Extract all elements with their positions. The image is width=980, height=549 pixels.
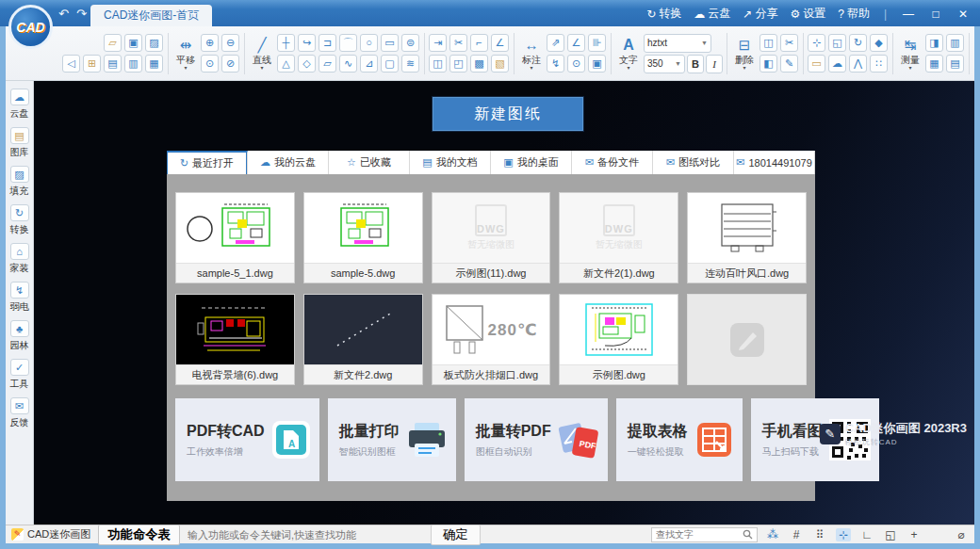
delete-tool[interactable]: ⊟ 删除 ▾ bbox=[731, 36, 758, 71]
move-icon[interactable]: ⊹ bbox=[808, 34, 825, 52]
copy-icon[interactable]: ◫ bbox=[760, 34, 777, 52]
region-icon[interactable]: ▧ bbox=[491, 55, 509, 73]
font-size-select[interactable]: 350 ▼ bbox=[644, 55, 685, 73]
print-icon[interactable]: ▤ bbox=[104, 55, 122, 73]
line-tool[interactable]: ╱ 直线 ▾ bbox=[249, 36, 275, 71]
area-measure-icon[interactable]: ◨ bbox=[925, 34, 943, 52]
rotate-icon[interactable]: ↻ bbox=[849, 34, 867, 52]
export-image-icon[interactable]: ▦ bbox=[145, 55, 163, 73]
array-icon[interactable]: ∷ bbox=[870, 55, 888, 73]
leader-icon[interactable]: ↯ bbox=[547, 55, 564, 73]
settings-menu[interactable]: ⚙设置 bbox=[790, 6, 825, 22]
new-tab-button[interactable]: + bbox=[185, 6, 202, 23]
break-icon[interactable]: ◰ bbox=[449, 55, 467, 73]
crosshair-icon[interactable]: + bbox=[906, 528, 922, 541]
app-logo[interactable]: CAD bbox=[8, 5, 53, 49]
tab-my-cloud[interactable]: ☁我的云盘 bbox=[248, 151, 329, 174]
zoom-window-icon[interactable]: ⊙ bbox=[201, 55, 219, 73]
double-line-icon[interactable]: ⊐ bbox=[318, 34, 336, 52]
tab-my-documents[interactable]: ▤我的文档 bbox=[410, 151, 491, 174]
find-text-input[interactable] bbox=[656, 529, 743, 540]
zoom-out-icon[interactable]: ⊖ bbox=[221, 34, 239, 52]
sidebar-item-home-design[interactable]: ⌂ 家装 bbox=[10, 243, 29, 275]
back-to-model-icon[interactable]: ◁ bbox=[62, 55, 80, 73]
new-drawing-button[interactable]: 新建图纸 bbox=[432, 96, 584, 132]
feature-pdf-to-cad[interactable]: PDF转CAD 工作效率倍增 A bbox=[175, 398, 319, 481]
file-card[interactable]: DWG 暂无缩微图 示例图(11).dwg bbox=[432, 192, 551, 283]
table-tool-icon[interactable]: ▤ bbox=[946, 55, 964, 73]
radius-dim-icon[interactable]: ⊙ bbox=[567, 55, 585, 73]
file-card[interactable]: sample-5.dwg bbox=[303, 192, 423, 283]
tab-account[interactable]: ✉18014491079 bbox=[734, 151, 815, 174]
text-tool[interactable]: A 文字 ▾ bbox=[615, 36, 642, 71]
tab-favorites[interactable]: ☆已收藏 bbox=[329, 151, 410, 174]
extend-icon[interactable]: ⇥ bbox=[429, 34, 447, 52]
offset-icon[interactable]: ◫ bbox=[429, 55, 447, 73]
paste-icon[interactable]: ◧ bbox=[760, 55, 777, 73]
measure-tool[interactable]: ↹ 测量 ▾ bbox=[897, 36, 923, 71]
rectangle-icon[interactable]: ▭ bbox=[381, 34, 399, 52]
bold-button[interactable]: B bbox=[687, 55, 704, 73]
revision-cloud-icon[interactable]: ≋ bbox=[401, 55, 419, 73]
sidebar-item-feedback[interactable]: ✉ 反馈 bbox=[10, 397, 29, 429]
dynamic-input-icon[interactable]: ◱ bbox=[883, 528, 898, 541]
dot-grid-icon[interactable]: ⠿ bbox=[812, 528, 827, 541]
file-card[interactable]: 新文件2.dwg bbox=[303, 294, 423, 385]
feature-batch-to-pdf[interactable]: 批量转PDF 图框自动识别 PDF bbox=[465, 398, 608, 481]
ortho-mode-icon[interactable]: ∟ bbox=[859, 528, 874, 541]
aligned-dim-icon[interactable]: ⇗ bbox=[547, 34, 564, 52]
command-search-input[interactable] bbox=[188, 529, 423, 541]
share-menu[interactable]: ↗分享 bbox=[743, 6, 777, 22]
forward-arrow-icon[interactable]: ↷ bbox=[76, 7, 87, 21]
polygon-icon[interactable]: ◇ bbox=[298, 55, 316, 73]
mirror-icon[interactable]: ⋀ bbox=[849, 55, 867, 73]
format-brush-icon[interactable]: ✎ bbox=[780, 55, 798, 73]
parallelogram-icon[interactable]: ▱ bbox=[318, 55, 336, 73]
export-pdf-icon[interactable]: ▥ bbox=[124, 55, 142, 73]
hatch-icon[interactable]: ▩ bbox=[470, 55, 488, 73]
cut-icon[interactable]: ✂ bbox=[780, 34, 798, 52]
insert-image-icon[interactable]: ▦ bbox=[925, 55, 943, 73]
sidebar-item-convert[interactable]: ↻ 转换 bbox=[10, 204, 29, 236]
object-snap-icon[interactable]: ⁂ bbox=[765, 528, 780, 541]
layer-tool[interactable]: ≣ 图层 ▾ bbox=[973, 36, 974, 71]
sidebar-item-landscape[interactable]: ♣ 园林 bbox=[10, 320, 29, 352]
cloud-menu[interactable]: ☁云盘 bbox=[694, 6, 730, 22]
dim-settings-icon[interactable]: ▣ bbox=[588, 55, 606, 73]
zoom-extents-icon[interactable]: ⊘ bbox=[221, 55, 239, 73]
magnifier-icon[interactable] bbox=[743, 529, 753, 540]
sidebar-item-gallery[interactable]: ▤ 图库 bbox=[10, 127, 29, 159]
rounded-rect-icon[interactable]: ▢ bbox=[381, 55, 399, 73]
sidebar-item-hatch[interactable]: ▨ 填充 bbox=[10, 166, 29, 198]
ok-button[interactable]: 确定 bbox=[431, 525, 481, 545]
tab-drawing-compare[interactable]: ✉图纸对比 bbox=[653, 151, 734, 174]
arc-icon[interactable]: ⌒ bbox=[339, 34, 357, 52]
file-card[interactable]: sample-5_1.dwg bbox=[175, 192, 295, 283]
dimension-tool[interactable]: ↔ 标注 ▾ bbox=[518, 36, 545, 71]
file-card[interactable]: 示例图.dwg bbox=[559, 294, 678, 385]
fillet-icon[interactable]: ∠ bbox=[491, 34, 509, 52]
save-as-icon[interactable]: ▨ bbox=[145, 34, 163, 52]
feature-batch-print[interactable]: 批量打印 智能识别图框 bbox=[328, 398, 456, 481]
font-select[interactable]: hztxt ▼ bbox=[644, 34, 711, 53]
command-list-button[interactable]: 功能命令表 bbox=[98, 525, 180, 545]
scale-icon[interactable]: ◱ bbox=[828, 34, 846, 52]
cloud-upload-icon[interactable]: ☁ bbox=[828, 55, 846, 73]
tab-recent[interactable]: ↻最近打开 bbox=[167, 151, 248, 174]
back-arrow-icon[interactable]: ↶ bbox=[58, 7, 69, 21]
maximize-button[interactable]: □ bbox=[928, 8, 943, 21]
tab-my-desktop[interactable]: ▣我的桌面 bbox=[491, 151, 572, 174]
zoom-in-icon[interactable]: ⊕ bbox=[201, 34, 219, 52]
file-card[interactable]: 280℃ 板式防火排烟口.dwg bbox=[432, 294, 551, 385]
sidebar-item-tools[interactable]: ✓ 工具 bbox=[10, 359, 29, 391]
sidebar-item-electrical[interactable]: ↯ 弱电 bbox=[10, 282, 29, 314]
export-excel-icon[interactable]: ▥ bbox=[946, 34, 964, 52]
help-menu[interactable]: ?帮助 bbox=[838, 6, 870, 22]
trim-icon[interactable]: ✂ bbox=[449, 34, 467, 52]
linear-dim-icon[interactable]: ⊪ bbox=[588, 34, 606, 52]
sidebar-item-cloud[interactable]: ☁ 云盘 bbox=[10, 89, 29, 121]
italic-button[interactable]: I bbox=[706, 55, 723, 73]
polyline-icon[interactable]: ↪ bbox=[298, 34, 316, 52]
lineweight-toggle-icon[interactable]: ⌀ bbox=[954, 528, 969, 541]
convert-menu[interactable]: ↻转换 bbox=[646, 6, 681, 22]
